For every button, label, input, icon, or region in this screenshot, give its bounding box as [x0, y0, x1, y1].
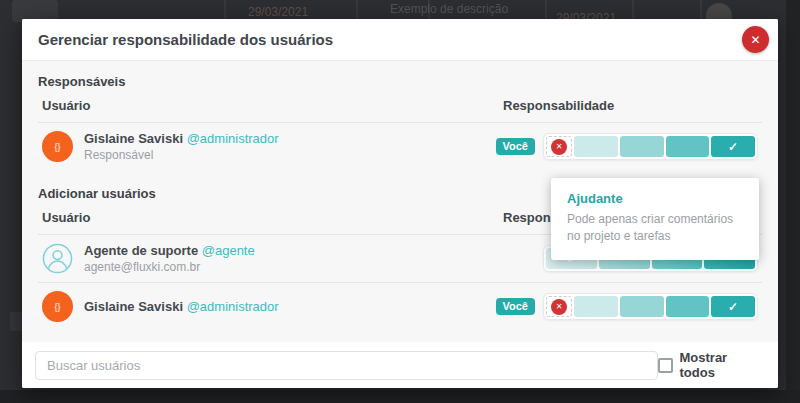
user-handle[interactable]: @administrador — [187, 299, 279, 314]
user-name-text: Agente de suporte — [84, 243, 198, 258]
user-handle[interactable]: @administrador — [187, 131, 279, 146]
user-name-text: Gislaine Saviski — [84, 299, 183, 314]
level-3-segment[interactable] — [666, 136, 710, 157]
backdrop-column-divider — [428, 0, 430, 19]
voce-badge: Você — [496, 298, 535, 315]
backdrop-card-description-line1: Exemplo de descrição — [390, 2, 508, 16]
user-name: Agente de suporte @agente — [84, 243, 255, 258]
user-name-text: Gislaine Saviski — [84, 131, 183, 146]
tooltip-description: Pode apenas criar comentários no projeto… — [567, 211, 743, 246]
level-2-segment[interactable] — [620, 136, 664, 157]
backdrop-bottom-strip — [0, 390, 800, 403]
backdrop-column-divider — [356, 0, 358, 19]
section-title-responsaveis: Responsáveis — [38, 61, 762, 89]
responsibility-cell: Você ✕ ✓ — [503, 293, 758, 320]
show-all-label: Mostrar todos — [680, 350, 766, 380]
responsibility-picker: ✕ ✓ — [543, 293, 758, 320]
avatar: {} — [42, 131, 73, 162]
user-lines: Gislaine Saviski @administrador Responsá… — [84, 131, 279, 162]
close-button[interactable]: ✕ — [742, 26, 769, 53]
modal-header: Gerenciar responsabilidade dos usuários … — [22, 19, 778, 61]
modal-title: Gerenciar responsabilidade dos usuários — [38, 19, 333, 61]
user-name: Gislaine Saviski @administrador — [84, 131, 279, 146]
level-2-segment[interactable] — [620, 296, 664, 317]
level-4-segment[interactable]: ✓ — [711, 136, 755, 157]
tooltip-title: Ajudante — [567, 191, 743, 206]
show-all-control[interactable]: Mostrar todos — [658, 350, 765, 380]
agent-avatar-icon — [42, 243, 73, 274]
level-4-segment[interactable]: ✓ — [711, 296, 755, 317]
user-name: Gislaine Saviski @administrador — [84, 299, 279, 314]
level-1-segment[interactable] — [574, 296, 618, 317]
user-cell: Agente de suporte @agente agente@fluxki.… — [42, 243, 503, 274]
voce-badge: Você — [496, 138, 535, 155]
column-header-responsabilidade: Responsabilidade — [503, 98, 758, 113]
user-cell: {} Gislaine Saviski @administrador — [42, 291, 503, 322]
user-subtitle: Responsável — [84, 148, 279, 162]
backdrop-column-divider — [632, 0, 634, 19]
responsibility-picker: ✕ ✓ — [543, 133, 758, 160]
remove-icon: ✕ — [551, 299, 567, 315]
search-input[interactable] — [35, 351, 658, 380]
user-handle[interactable]: @agente — [202, 243, 255, 258]
user-lines: Gislaine Saviski @administrador — [84, 299, 279, 314]
check-icon: ✓ — [728, 300, 738, 314]
column-header-usuario: Usuário — [42, 210, 503, 225]
user-cell: {} Gislaine Saviski @administrador Respo… — [42, 131, 503, 162]
backdrop-right-strip — [786, 0, 800, 403]
remove-responsibility-segment[interactable]: ✕ — [546, 296, 572, 317]
level-3-segment[interactable] — [666, 296, 710, 317]
remove-icon: ✕ — [551, 139, 567, 155]
table-header-responsaveis: Usuário Responsabilidade — [38, 89, 762, 122]
avatar-glyph: {} — [54, 302, 60, 312]
column-header-usuario: Usuário — [42, 98, 503, 113]
responsibility-tooltip: Ajudante Pode apenas criar comentários n… — [551, 178, 759, 260]
backdrop-column-divider — [700, 0, 702, 19]
table-row: {} Gislaine Saviski @administrador Você … — [38, 282, 762, 330]
backdrop-column-divider — [545, 0, 547, 19]
user-subtitle: agente@fluxki.com.br — [84, 260, 255, 274]
remove-responsibility-segment[interactable]: ✕ — [546, 136, 572, 157]
level-1-segment[interactable] — [574, 136, 618, 157]
backdrop-card-date: 29/03/2021 — [248, 5, 308, 19]
close-icon: ✕ — [750, 33, 760, 47]
user-lines: Agente de suporte @agente agente@fluxki.… — [84, 243, 255, 274]
table-row: {} Gislaine Saviski @administrador Respo… — [38, 122, 762, 170]
avatar: {} — [42, 291, 73, 322]
modal-footer: Mostrar todos — [22, 342, 778, 388]
show-all-checkbox[interactable] — [658, 358, 673, 373]
backdrop-column-divider — [224, 0, 226, 19]
check-icon: ✓ — [728, 140, 738, 154]
responsibility-cell: Você ✕ ✓ — [503, 133, 758, 160]
avatar-glyph: {} — [54, 142, 60, 152]
